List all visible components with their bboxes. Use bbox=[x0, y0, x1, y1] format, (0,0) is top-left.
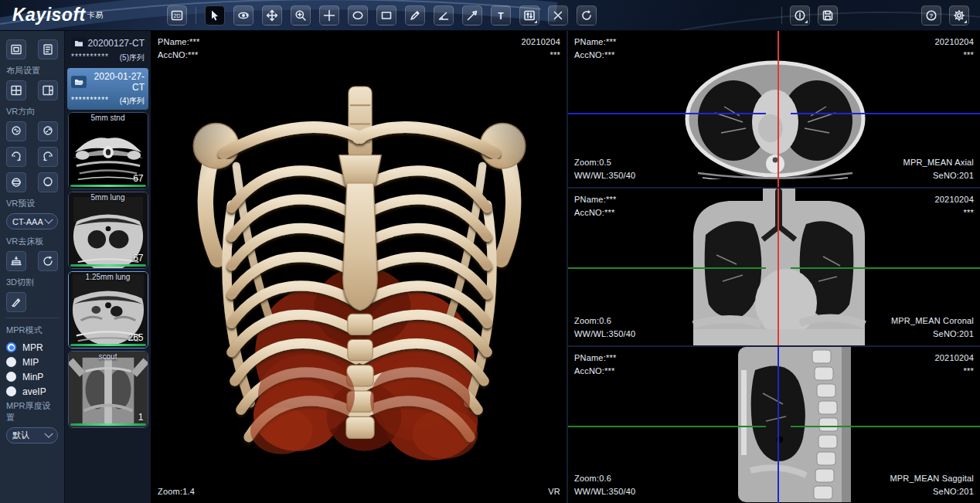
study-date: 20210204 bbox=[934, 193, 974, 206]
save-icon bbox=[822, 9, 834, 22]
patient-overlay: PName:*** AccNO:*** bbox=[574, 36, 616, 62]
reset-icon bbox=[580, 9, 593, 22]
thumbnail-5mm-stnd[interactable]: 5mm stnd 67 bbox=[68, 112, 148, 189]
screen-layout-button[interactable] bbox=[6, 39, 26, 59]
vr-posterior-button[interactable] bbox=[38, 121, 58, 141]
report-layout-button[interactable] bbox=[38, 39, 58, 59]
sagittal-crosshair-vertical[interactable] bbox=[778, 347, 779, 503]
series-label: 5mm lung bbox=[69, 193, 148, 202]
axial-crosshair-vertical[interactable] bbox=[778, 31, 779, 187]
study-overlay: 20210204 *** bbox=[934, 36, 974, 62]
radio-icon bbox=[6, 372, 16, 382]
angle-tool-button[interactable] bbox=[434, 5, 454, 25]
radio-icon bbox=[6, 386, 16, 396]
cursor-icon bbox=[209, 9, 221, 22]
vr-inferior-button[interactable] bbox=[38, 172, 58, 192]
accession-number: AccNO:*** bbox=[158, 49, 199, 62]
mpr-thickness-select[interactable]: 默认 bbox=[6, 427, 58, 444]
pan-tool-button[interactable] bbox=[262, 5, 282, 25]
layout-2d-button[interactable]: 2D bbox=[167, 5, 187, 25]
mpr-mode-radio-aveip[interactable]: aveIP bbox=[6, 384, 58, 399]
help-button[interactable]: ? bbox=[921, 5, 941, 25]
masked-value: *** bbox=[934, 49, 974, 62]
rectangle-tool-button[interactable] bbox=[376, 5, 396, 25]
vr-viewport[interactable]: PName:*** AccNO:*** 20210204 *** Zoom:1.… bbox=[151, 31, 568, 503]
view-name-overlay: MPR_MEAN Axial SeNO:201 bbox=[903, 156, 974, 182]
vr-preset-select[interactable]: CT-AAA bbox=[6, 213, 58, 229]
toolbar-separator bbox=[196, 7, 196, 24]
arrow-annotate-tool-button[interactable] bbox=[462, 5, 482, 25]
zoom-in-icon bbox=[294, 9, 307, 22]
patient-overlay: PName:*** AccNO:*** bbox=[574, 352, 616, 378]
save-button[interactable] bbox=[818, 5, 838, 25]
ellipse-tool-button[interactable] bbox=[348, 5, 368, 25]
vr-preset-value: CT-AAA bbox=[12, 217, 43, 226]
remove-bed-button[interactable] bbox=[6, 251, 26, 271]
window-level-tool-button[interactable] bbox=[519, 5, 539, 25]
vr-right-button[interactable] bbox=[38, 147, 58, 167]
app-logo-cn: 卡易 bbox=[87, 11, 104, 19]
vr-superior-button[interactable] bbox=[6, 172, 26, 192]
layout-section-label: 布局设置 bbox=[6, 65, 58, 76]
mpr-mode-radio-mip[interactable]: MIP bbox=[6, 355, 58, 369]
vr-left-button[interactable] bbox=[6, 147, 26, 167]
mpr-sagittal-viewport[interactable]: PName:*** AccNO:*** 20210204 *** Zoom:0.… bbox=[568, 347, 980, 503]
rotate-3d-tool-button[interactable] bbox=[233, 5, 254, 25]
vr-study-overlay: 20210204 *** bbox=[521, 36, 560, 62]
study-overlay: 20210204 *** bbox=[934, 352, 974, 378]
text-tool-button[interactable]: T bbox=[491, 5, 511, 25]
series-number: SeNO:201 bbox=[903, 169, 974, 182]
mpr-mode-radio-mpr[interactable]: MPR bbox=[6, 340, 58, 355]
folder-icon bbox=[71, 37, 87, 49]
svg-text:?: ? bbox=[930, 12, 934, 19]
thumbnail-image bbox=[69, 352, 148, 427]
angle-icon bbox=[437, 9, 450, 22]
window-overlay: Zoom:0.6 WW/WL:350/40 bbox=[574, 314, 635, 341]
zoom-factor: Zoom:0.6 bbox=[574, 472, 635, 485]
patient-name: PName:*** bbox=[574, 193, 616, 206]
mpr-coronal-viewport[interactable]: PName:*** AccNO:*** 20210204 *** Zoom:0.… bbox=[568, 189, 980, 347]
pencil-tool-button[interactable] bbox=[405, 5, 425, 25]
head-back-icon bbox=[42, 125, 54, 138]
coronal-crosshair-horizontal-right[interactable] bbox=[791, 267, 980, 269]
mpr-axial-viewport[interactable]: PName:*** AccNO:*** 20210204 *** Zoom:0.… bbox=[568, 31, 980, 189]
coronal-crosshair-vertical[interactable] bbox=[778, 189, 779, 345]
split-layout-button[interactable] bbox=[38, 80, 58, 100]
header: Kayisoft卡易 2D bbox=[0, 0, 980, 31]
zoom-tool-button[interactable] bbox=[291, 5, 311, 25]
axial-crosshair-horizontal-left[interactable] bbox=[568, 113, 766, 114]
sagittal-crosshair-horizontal-right[interactable] bbox=[791, 426, 980, 427]
crosshair-tool-button[interactable] bbox=[319, 5, 339, 25]
settings-button[interactable] bbox=[949, 5, 969, 25]
series-number: SeNO:201 bbox=[891, 328, 974, 341]
vr-anterior-button[interactable] bbox=[6, 121, 26, 141]
zoom-factor: Zoom:0.6 bbox=[574, 314, 635, 328]
app-logo-text: Kayisoft bbox=[12, 5, 86, 25]
thumbnail-scout[interactable]: scout 1 bbox=[68, 351, 148, 428]
coronal-crosshair-horizontal-left[interactable] bbox=[568, 267, 766, 269]
thumbnail-5mm-lung[interactable]: 5mm lung 67 bbox=[68, 192, 148, 269]
study-item-1[interactable]: 20200127-CT ********** (5)序列 bbox=[67, 34, 148, 66]
sagittal-crosshair-horizontal-left[interactable] bbox=[568, 426, 766, 427]
view-name: MPR_MEAN Saggital bbox=[890, 472, 974, 485]
study-item-2-selected[interactable]: 2020-01-27-CT ********** (4)序列 bbox=[67, 68, 148, 110]
series-label: 1.25mm lung bbox=[69, 273, 148, 281]
cursor-tool-button[interactable] bbox=[205, 5, 225, 25]
delete-annotation-button[interactable] bbox=[548, 5, 568, 25]
info-button[interactable] bbox=[790, 5, 810, 25]
vr-type-overlay: VR bbox=[548, 485, 560, 498]
layout-2d-icon: 2D bbox=[171, 9, 183, 22]
bed-reset-button[interactable] bbox=[38, 251, 58, 271]
grid-layout-button[interactable] bbox=[6, 80, 26, 100]
vr-ribcage-rendering bbox=[185, 82, 534, 479]
mpr-mode-radio-minp[interactable]: MinP bbox=[6, 369, 58, 384]
axial-crosshair-horizontal-right[interactable] bbox=[791, 113, 980, 114]
patient-name: PName:*** bbox=[574, 352, 616, 365]
rotate-3d-icon bbox=[237, 9, 250, 22]
load-progress-bar bbox=[70, 423, 146, 426]
patient-id-masked: ********** bbox=[71, 53, 109, 63]
reset-view-button[interactable] bbox=[577, 5, 597, 25]
window-width-level: WW/WL:350/40 bbox=[574, 169, 635, 182]
cut-3d-button[interactable] bbox=[6, 292, 26, 312]
thumbnail-1-25mm-lung-selected[interactable]: 1.25mm lung 265 bbox=[68, 271, 148, 348]
